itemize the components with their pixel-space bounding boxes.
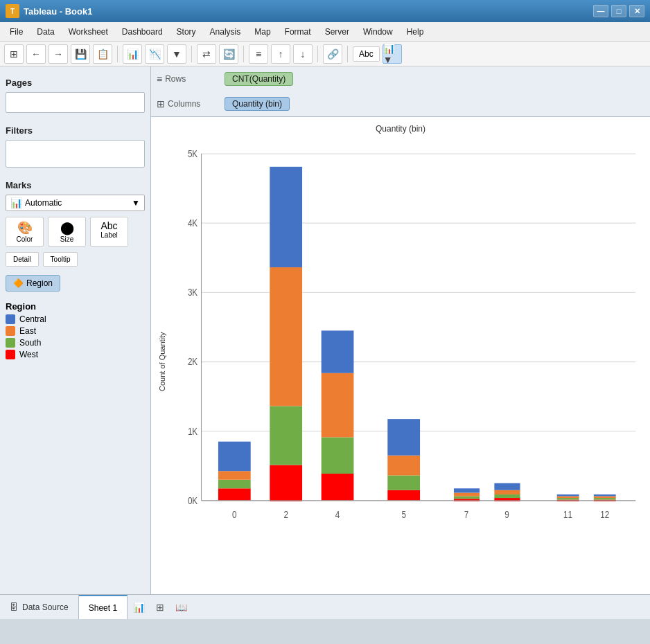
menu-analysis[interactable]: Analysis	[203, 25, 248, 39]
svg-text:0: 0	[232, 509, 237, 520]
back-button[interactable]: ←	[26, 44, 46, 64]
new-dashboard-button[interactable]: ⊞	[150, 599, 170, 616]
sort-asc-button[interactable]: ↑	[271, 44, 290, 64]
link-button[interactable]: 🔗	[323, 44, 342, 64]
cols-label: ⊞ Columns	[157, 98, 219, 109]
svg-rect-43	[594, 498, 616, 500]
label-button[interactable]: Abc Label	[90, 217, 128, 247]
abc-button[interactable]: Abc	[353, 46, 380, 62]
region-label: Region	[26, 278, 53, 288]
menu-dashboard[interactable]: Dashboard	[115, 25, 170, 39]
menu-data[interactable]: Data	[30, 25, 61, 39]
tooltip-button[interactable]: Tooltip	[43, 252, 78, 267]
title-bar: T Tableau - Book1 — □ ✕	[0, 0, 650, 22]
label-icon: Abc	[100, 220, 117, 231]
close-button[interactable]: ✕	[629, 5, 644, 17]
marks-type-dropdown[interactable]: 📊 Automatic ▼	[6, 195, 145, 211]
menu-help[interactable]: Help	[400, 25, 431, 39]
label-label: Label	[100, 231, 117, 239]
y-axis-label: Count of Quantity	[158, 136, 172, 587]
svg-rect-21	[270, 167, 302, 267]
legend-label-east: East	[19, 326, 36, 336]
legend-item-west: West	[6, 350, 145, 359]
color-button[interactable]: 🎨 Color	[6, 217, 44, 247]
svg-text:9: 9	[504, 509, 509, 520]
swap-button[interactable]: ⇄	[197, 44, 216, 64]
legend-label-south: South	[19, 338, 41, 348]
cols-icon: ⊞	[157, 98, 165, 109]
svg-rect-16	[218, 471, 251, 480]
sheet1-tab[interactable]: Sheet 1	[79, 595, 128, 619]
home-button[interactable]: ⊞	[4, 44, 24, 64]
chart-bar-button[interactable]: 📉	[145, 44, 164, 64]
toolbar-sep-5	[347, 46, 348, 62]
region-pill[interactable]: 🔶 Region	[6, 275, 60, 292]
menu-file[interactable]: File	[3, 25, 30, 39]
data-source-label: Data Source	[22, 602, 69, 612]
refresh-button[interactable]: 🔄	[219, 44, 238, 64]
minimize-button[interactable]: —	[593, 5, 608, 17]
toolbar-sep-3	[243, 46, 244, 62]
data-source-tab[interactable]: 🗄 Data Source	[0, 595, 79, 619]
menu-format[interactable]: Format	[278, 25, 318, 39]
cols-text: Columns	[168, 99, 200, 109]
legend-color-central	[6, 314, 15, 324]
forward-button[interactable]: →	[49, 44, 68, 64]
sort-desc-button[interactable]: ↓	[293, 44, 313, 64]
chart-svg: 5K 4K 3K 2K 1K 0K	[172, 136, 643, 587]
svg-rect-27	[387, 476, 420, 490]
menu-window[interactable]: Window	[356, 25, 400, 39]
svg-rect-20	[270, 267, 302, 406]
rows-row: ≡ Rows CNT(Quantity)	[151, 66, 650, 91]
svg-rect-32	[454, 493, 480, 497]
toolbar-sep-2	[191, 46, 192, 62]
svg-rect-19	[270, 406, 302, 465]
legend-item-central: Central	[6, 314, 145, 324]
pages-title: Pages	[6, 78, 145, 88]
detail-button[interactable]: Detail	[6, 252, 39, 267]
size-button[interactable]: ⬤ Size	[48, 217, 86, 247]
svg-rect-17	[218, 442, 251, 472]
svg-rect-36	[494, 490, 520, 494]
add-datasource-button[interactable]: 📋	[93, 44, 112, 64]
rows-cols-wrapper: ≡ Rows CNT(Quantity) ⊞ Columns Quantity …	[151, 66, 650, 117]
svg-rect-41	[557, 494, 579, 497]
show-me-button[interactable]: 📊▼	[383, 44, 402, 64]
sheet1-label: Sheet 1	[89, 603, 117, 613]
chart-container: Quantity (bin) Count of Quantity	[151, 117, 650, 594]
menu-worksheet[interactable]: Worksheet	[62, 25, 115, 39]
chart-type-button[interactable]: 📊	[123, 44, 142, 64]
legend-color-west	[6, 350, 15, 359]
svg-rect-29	[387, 419, 420, 456]
svg-text:5: 5	[401, 509, 406, 520]
svg-rect-15	[218, 480, 251, 489]
detail-label: Detail	[13, 256, 31, 263]
legend-title: Region	[6, 301, 145, 312]
pages-box	[6, 92, 145, 113]
new-worksheet-button[interactable]: 📊	[128, 599, 150, 616]
fields-button[interactable]: ≡	[249, 44, 268, 64]
rows-text: Rows	[165, 74, 186, 84]
legend-label-central: Central	[19, 314, 46, 324]
save-button[interactable]: 💾	[71, 44, 90, 64]
menu-bar: File Data Worksheet Dashboard Story Anal…	[0, 22, 650, 42]
legend-section: Region Central East South West	[6, 301, 145, 361]
svg-rect-24	[322, 373, 354, 438]
svg-rect-26	[387, 490, 420, 501]
toolbar: ⊞ ← → 💾 📋 📊 📉 ▼ ⇄ 🔄 ≡ ↑ ↓ 🔗 Abc 📊▼	[0, 42, 650, 66]
maximize-button[interactable]: □	[611, 5, 626, 17]
cols-pill[interactable]: Quantity (bin)	[225, 97, 290, 111]
menu-story[interactable]: Story	[170, 25, 203, 39]
chart-more-button[interactable]: ▼	[167, 44, 186, 64]
menu-server[interactable]: Server	[318, 25, 356, 39]
tooltip-label: Tooltip	[51, 256, 71, 263]
status-bar: 🗄 Data Source Sheet 1 📊 ⊞ 📖	[0, 594, 650, 619]
svg-text:2K: 2K	[188, 357, 198, 368]
new-story-button[interactable]: 📖	[170, 599, 193, 616]
chart-title: Quantity (bin)	[158, 124, 643, 134]
marks-section: Marks 📊 Automatic ▼ 🎨 Color ⬤ Size	[6, 175, 145, 292]
rows-pill[interactable]: CNT(Quantity)	[225, 72, 293, 86]
rows-label: ≡ Rows	[157, 73, 219, 84]
toolbar-sep-1	[117, 46, 118, 62]
menu-map[interactable]: Map	[247, 25, 277, 39]
